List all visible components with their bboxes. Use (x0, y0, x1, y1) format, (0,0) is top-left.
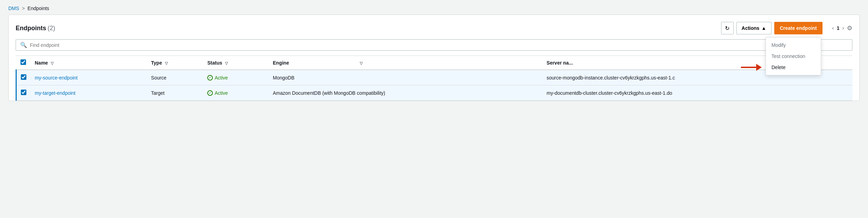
dropdown-test-connection[interactable]: Test connection (766, 51, 821, 62)
settings-button[interactable]: ⚙ (847, 24, 852, 32)
table-header-row: Name ▽ Type ▽ Status ▽ Engine ▽ Server n… (16, 56, 853, 70)
next-page-button[interactable]: › (841, 24, 845, 32)
delete-label: Delete (771, 65, 785, 70)
panel-count: (2) (48, 25, 55, 32)
endpoints-table: Name ▽ Type ▽ Status ▽ Engine ▽ Server n… (16, 56, 852, 101)
select-all-col (16, 56, 31, 70)
col-name: Name ▽ (31, 56, 147, 70)
row2-status: ✓ Active (203, 85, 269, 101)
row1-status-text: Active (215, 75, 228, 81)
col-type: Type ▽ (147, 56, 203, 70)
endpoints-panel: Endpoints (2) ↻ Actions ▲ Create endpoin… (8, 15, 860, 101)
row1-checkbox[interactable] (21, 74, 26, 80)
page-number: 1 (837, 25, 840, 31)
row2-name: my-target-endpoint (31, 85, 147, 101)
arrow-line (741, 67, 756, 68)
row2-type: Target (147, 85, 203, 101)
col-engine: Engine ▽ (269, 56, 543, 70)
row1-type: Source (147, 70, 203, 85)
actions-arrow-icon: ▲ (761, 25, 766, 31)
actions-dropdown: Modify Test connection Delete (766, 37, 821, 75)
row1-name: my-source-endpoint (31, 70, 147, 85)
status-sort-icon: ▽ (225, 61, 228, 65)
row1-status: ✓ Active (203, 70, 269, 85)
prev-page-button[interactable]: ‹ (831, 24, 835, 32)
row2-checkbox[interactable] (21, 90, 26, 95)
actions-button-container: Actions ▲ (736, 22, 771, 34)
col-status: Status ▽ (203, 56, 269, 70)
type-sort-icon: ▽ (165, 61, 168, 65)
row2-engine: Amazon DocumentDB (with MongoDB compatib… (269, 85, 543, 101)
pagination: ‹ 1 › ⚙ (831, 24, 852, 32)
search-bar: 🔍 (16, 39, 852, 51)
row2-server: my-documentdb-cluster.cluster-cv6ykrzkgp… (542, 85, 852, 101)
row1-checkbox-cell (16, 70, 31, 85)
actions-label: Actions (742, 25, 759, 31)
delete-arrow (741, 64, 762, 71)
row2-status-icon: ✓ (207, 90, 213, 96)
arrow-head (756, 64, 762, 71)
breadcrumb-dms[interactable]: DMS (8, 6, 19, 11)
select-all-checkbox[interactable] (20, 59, 26, 65)
row1-name-link[interactable]: my-source-endpoint (35, 75, 78, 81)
actions-button[interactable]: Actions ▲ (736, 22, 771, 34)
breadcrumb: DMS > Endpoints (0, 0, 868, 15)
row2-name-link[interactable]: my-target-endpoint (35, 90, 76, 96)
panel-title-area: Endpoints (2) (16, 25, 55, 32)
panel-header: Endpoints (2) ↻ Actions ▲ Create endpoin… (16, 22, 852, 34)
panel-title: Endpoints (16, 25, 46, 32)
row2-checkbox-cell (16, 85, 31, 101)
table-row: my-target-endpoint Target ✓ Active Amazo… (16, 85, 853, 101)
breadcrumb-separator: > (22, 6, 25, 11)
dropdown-modify[interactable]: Modify (766, 40, 821, 51)
search-input[interactable] (30, 42, 231, 48)
breadcrumb-endpoints: Endpoints (27, 6, 49, 11)
dropdown-delete[interactable]: Delete (766, 62, 821, 73)
refresh-button[interactable]: ↻ (721, 22, 734, 34)
row1-status-icon: ✓ (207, 75, 213, 81)
search-icon: 🔍 (20, 42, 27, 48)
name-sort-icon: ▽ (51, 61, 53, 65)
engine-sort-icon: ▽ (360, 61, 362, 65)
row1-status-badge: ✓ Active (207, 75, 265, 81)
row2-status-badge: ✓ Active (207, 90, 265, 96)
row1-engine: MongoDB (269, 70, 543, 85)
header-actions: ↻ Actions ▲ Create endpoint Modify Test … (721, 22, 852, 34)
table-row: my-source-endpoint Source ✓ Active Mongo… (16, 70, 853, 85)
create-endpoint-button[interactable]: Create endpoint (774, 22, 823, 34)
row2-status-text: Active (215, 90, 228, 96)
